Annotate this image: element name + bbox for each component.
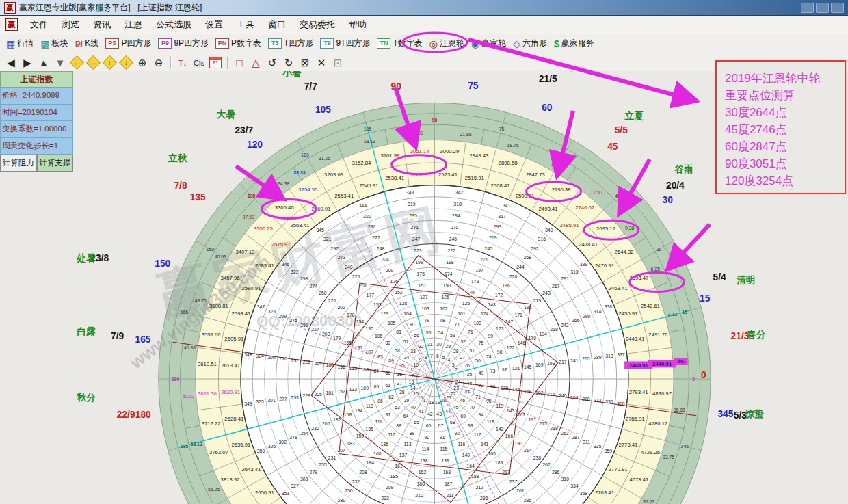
svg-text:113: 113 <box>404 442 412 447</box>
svg-text:2593.47: 2593.47 <box>629 275 648 281</box>
svg-text:221: 221 <box>480 257 488 262</box>
svg-text:35: 35 <box>399 363 405 368</box>
tool-button-calendar[interactable]: 21 <box>208 55 223 70</box>
svg-text:14: 14 <box>410 386 416 390</box>
menu-item-formula-stock-pick[interactable]: 公式选股 <box>149 16 198 34</box>
tool-button-zoom-out[interactable]: ⊖ <box>151 55 166 70</box>
svg-text:278: 278 <box>289 435 297 440</box>
svg-text:2575.91: 2575.91 <box>271 241 291 248</box>
toolbar-button-9p-square[interactable]: P99P四方形 <box>155 36 212 51</box>
svg-text:153: 153 <box>373 302 382 307</box>
menu-item-help[interactable]: 帮助 <box>342 16 373 34</box>
menu-item-window[interactable]: 窗口 <box>261 16 293 34</box>
winner-wheel-label: 赢家轮 <box>481 38 506 49</box>
svg-text:2643.41: 2643.41 <box>241 466 261 473</box>
svg-text:314: 314 <box>594 309 602 314</box>
svg-text:137: 137 <box>399 453 408 457</box>
svg-text:9: 9 <box>419 358 422 362</box>
toolbar-button-t-square[interactable]: T3T四方形 <box>265 36 317 51</box>
svg-text:3559.66: 3559.66 <box>202 332 221 338</box>
svg-text:343: 343 <box>406 190 414 195</box>
svg-text:53: 53 <box>450 333 455 338</box>
svg-text:2778.41: 2778.41 <box>619 442 638 448</box>
svg-text:158: 158 <box>344 412 352 417</box>
svg-text:326: 326 <box>268 444 276 449</box>
svg-text:143: 143 <box>507 408 515 413</box>
toolbar-button-9t-square[interactable]: T99T四方形 <box>317 36 373 51</box>
svg-text:47: 47 <box>464 390 470 395</box>
tool-button-cls[interactable]: Cls <box>191 55 207 70</box>
svg-text:2491.76: 2491.76 <box>648 332 667 338</box>
menu-item-trade-entrust[interactable]: 交易委托 <box>293 16 342 34</box>
close-button[interactable] <box>831 3 844 13</box>
tool-button-draw-triangle[interactable]: △ <box>248 55 263 70</box>
tool-button-nav-left[interactable]: ◀ <box>3 55 18 70</box>
svg-text:231: 231 <box>328 455 336 460</box>
toolbar-button-t-number-table[interactable]: TNT数字表 <box>373 36 425 51</box>
svg-text:106: 106 <box>375 334 383 339</box>
toolbar-button-hexagon[interactable]: ◇六角形 <box>509 36 551 51</box>
tool-button-presentation[interactable]: ⊡ <box>330 55 345 70</box>
tool-button-pan-left[interactable]: ← <box>69 55 84 70</box>
svg-text:11: 11 <box>410 367 415 372</box>
toolbar-button-sectors[interactable]: ▩板块 <box>37 36 71 51</box>
tool-button-pan-right[interactable]: → <box>85 55 101 70</box>
t-square-label: T四方形 <box>284 38 313 49</box>
menu-item-browse[interactable]: 浏览 <box>55 16 86 34</box>
svg-text:60: 60 <box>542 103 553 113</box>
toolbar-button-winner-service[interactable]: $赢家服务 <box>551 36 598 51</box>
toolbar-button-winner-wheel[interactable]: ◉赢家轮 <box>468 36 509 51</box>
menu-item-gann[interactable]: 江恩 <box>118 16 149 34</box>
tool-button-nav-down[interactable]: ▼ <box>53 55 68 70</box>
svg-text:290: 290 <box>583 314 591 319</box>
svg-text:210: 210 <box>415 493 423 498</box>
svg-text:321: 321 <box>323 237 332 241</box>
menu-item-settings[interactable]: 设置 <box>198 16 230 34</box>
svg-text:320: 320 <box>363 214 371 219</box>
svg-text:285: 285 <box>524 498 532 503</box>
svg-text:84: 84 <box>373 369 379 373</box>
tool-button-pan-up[interactable]: ↑ <box>102 55 117 70</box>
svg-text:230: 230 <box>311 426 319 431</box>
toolbar-button-gann-wheel[interactable]: ◎江恩轮 <box>426 36 468 51</box>
tool-button-fit-view[interactable]: ✕ <box>314 55 329 70</box>
svg-text:73: 73 <box>490 369 496 373</box>
svg-text:38: 38 <box>399 390 405 395</box>
tool-button-nav-right[interactable]: ▶ <box>20 55 35 70</box>
tool-button-draw-square[interactable]: □ <box>232 55 247 70</box>
toolbar-button-kline[interactable]: ₪K线 <box>71 36 102 51</box>
tool-button-select-region[interactable]: ⊠ <box>297 55 313 70</box>
svg-text:166: 166 <box>505 434 514 438</box>
calc-resistance-button[interactable]: 计算阻力 <box>0 155 37 172</box>
svg-text:139: 139 <box>441 458 449 463</box>
tool-button-rotate-ccw[interactable]: ↺ <box>265 55 280 70</box>
svg-text:96: 96 <box>490 384 496 389</box>
tool-button-price-scale[interactable]: T↓ <box>175 55 190 70</box>
svg-text:345: 345 <box>681 444 689 449</box>
tool-button-rotate-cw[interactable]: ↻ <box>281 55 296 70</box>
svg-text:239: 239 <box>550 426 558 431</box>
pan-down-icon: ↓ <box>118 55 133 70</box>
toolbar-button-quotes[interactable]: ▦行情 <box>3 36 37 51</box>
dollar-icon: $ <box>554 39 559 49</box>
toolbar-button-p-number-table[interactable]: PNP数字表 <box>212 36 265 51</box>
svg-text:大暑: 大暑 <box>217 109 236 120</box>
svg-text:286: 286 <box>552 470 560 475</box>
svg-text:144: 144 <box>512 387 520 392</box>
svg-text:120: 120 <box>301 152 309 157</box>
calc-support-button[interactable]: 计算支撑 <box>37 155 74 172</box>
menu-item-file[interactable]: 文件 <box>23 16 55 34</box>
tool-button-nav-up[interactable]: ▲ <box>36 55 51 70</box>
svg-text:180: 180 <box>326 362 334 367</box>
tool-button-zoom-in[interactable]: ⊕ <box>135 55 150 70</box>
svg-text:342: 342 <box>455 190 464 195</box>
menu-item-news[interactable]: 资讯 <box>86 16 118 34</box>
svg-text:45: 45 <box>607 142 618 152</box>
toolbar-button-p-square[interactable]: PSP四方形 <box>102 36 155 51</box>
svg-text:177: 177 <box>367 293 375 297</box>
tool-button-pan-down[interactable]: ↓ <box>118 55 133 70</box>
minimize-button[interactable] <box>801 3 814 13</box>
svg-text:344: 344 <box>359 203 367 208</box>
maximize-button[interactable] <box>816 3 829 13</box>
menu-item-tools[interactable]: 工具 <box>230 16 261 34</box>
